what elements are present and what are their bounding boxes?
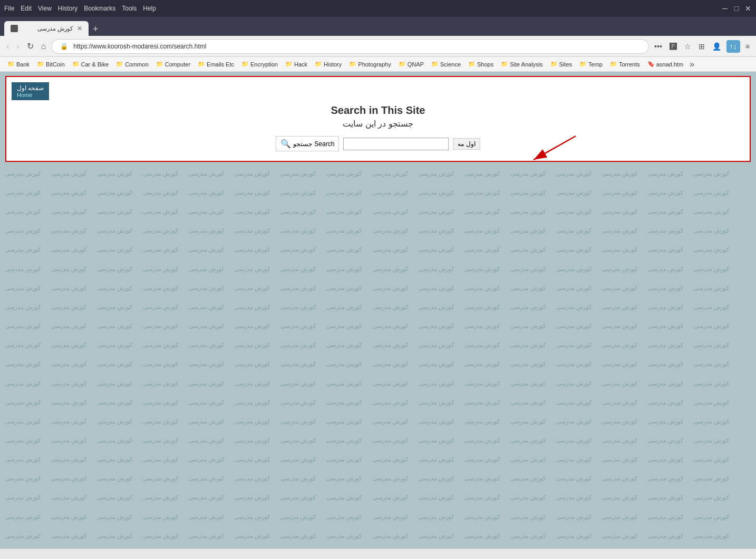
folder-icon: 📁 xyxy=(579,61,587,68)
search-input[interactable] xyxy=(343,138,449,150)
bookmark-star-button[interactable]: ☆ xyxy=(682,40,693,53)
bookmark-science[interactable]: 📁 Science xyxy=(428,60,464,69)
pocket-button[interactable]: 🅿 xyxy=(667,40,679,53)
bookmark-label: Temp xyxy=(588,61,603,68)
bookmarks-overflow-button[interactable]: » xyxy=(687,60,696,69)
close-button[interactable]: ✕ xyxy=(744,5,752,12)
bookmark-label: Science xyxy=(440,61,461,68)
bookmark-label: Sites xyxy=(559,61,572,68)
sync-button[interactable]: ↑↓ xyxy=(726,40,740,53)
account-button[interactable]: 👤 xyxy=(710,40,723,53)
menu-bar: File Edit View History Bookmarks Tools H… xyxy=(4,5,156,12)
bookmark-shops[interactable]: 📁 Shops xyxy=(465,60,497,69)
folder-icon: 📁 xyxy=(349,61,356,68)
home-nav-button[interactable]: صفحه اول Home xyxy=(12,82,49,100)
menu-tools[interactable]: Tools xyxy=(122,5,137,12)
bookmark-emails[interactable]: 📁 Emails Etc xyxy=(195,60,237,69)
active-tab[interactable]: کورش مدرسی ✕ xyxy=(4,21,89,36)
search-text: Search xyxy=(314,140,334,148)
folder-icon: 📁 xyxy=(399,61,406,68)
bookmark-history[interactable]: 📁 History xyxy=(312,60,345,69)
bookmark-hack[interactable]: 📁 Hack xyxy=(282,60,311,69)
bookmark-label: Shops xyxy=(477,61,493,68)
search-button[interactable]: 🔍 جستجو Search xyxy=(276,136,339,151)
status-bar xyxy=(0,548,756,559)
folder-icon: 📁 xyxy=(431,61,439,68)
bookmark-encryption[interactable]: 📁 Encryption xyxy=(238,60,281,69)
menu-edit[interactable]: Edit xyxy=(21,5,32,12)
folder-icon: 📁 xyxy=(468,61,476,68)
bookmark-icon: 🔖 xyxy=(647,61,655,68)
folder-icon: 📁 xyxy=(501,61,508,68)
search-row: 🔍 جستجو Search اول مه xyxy=(12,136,744,151)
bookmarks-bar: 📁 Bank 📁 BitCoin 📁 Car & Bike 📁 Common 📁… xyxy=(0,57,756,72)
bookmark-label: Car & Bike xyxy=(81,61,109,68)
folder-icon: 📁 xyxy=(198,61,205,68)
bookmark-label: Common xyxy=(125,61,149,68)
bookmark-label: Bank xyxy=(16,61,30,68)
more-options-button[interactable]: ••• xyxy=(652,40,664,53)
bookmark-label: Torrents xyxy=(619,61,640,68)
home-nav-fa: صفحه اول xyxy=(17,84,44,92)
url-bar[interactable]: 🔒 https://www.koorosh-modaresi.com/searc… xyxy=(51,39,649,54)
bookmark-siteanalysis[interactable]: 📁 Site Analysis xyxy=(498,60,546,69)
bookmark-label: Hack xyxy=(294,61,307,68)
bookmark-label: Computer xyxy=(165,61,190,68)
folder-icon: 📁 xyxy=(241,61,249,68)
site-title-english: Search in This Site xyxy=(12,104,744,117)
bookmark-label: asnad.htm xyxy=(656,61,683,68)
back-button[interactable]: ‹ xyxy=(4,40,11,53)
reader-view-button[interactable]: ⊞ xyxy=(696,40,707,53)
bookmark-computer[interactable]: 📁 Computer xyxy=(153,60,193,69)
bookmark-label: Emails Etc xyxy=(207,61,234,68)
page-content: کورش مدرسیکورش مدرسیکورش مدرسیکورش مدرسی… xyxy=(0,72,756,548)
bookmark-asnad[interactable]: 🔖 asnad.htm xyxy=(644,60,686,69)
refresh-button[interactable]: ↻ xyxy=(25,39,36,53)
folder-icon: 📁 xyxy=(550,61,558,68)
home-nav-en: Home xyxy=(17,92,44,98)
navigation-bar: ‹ › ↻ ⌂ 🔒 https://www.koorosh-modaresi.c… xyxy=(0,36,756,57)
url-text: https://www.koorosh-modaresi.com/search.… xyxy=(73,43,642,50)
menu-file[interactable]: File xyxy=(4,5,14,12)
bookmark-carbike[interactable]: 📁 Car & Bike xyxy=(69,60,112,69)
svg-line-1 xyxy=(534,136,576,160)
folder-icon: 📁 xyxy=(7,61,15,68)
bookmark-label: QNAP xyxy=(408,61,424,68)
tab-title: کورش مدرسی xyxy=(22,25,73,32)
maximize-button[interactable]: □ xyxy=(733,5,740,12)
menu-history[interactable]: History xyxy=(58,5,77,12)
bookmark-qnap[interactable]: 📁 QNAP xyxy=(395,60,427,69)
bookmark-label: History xyxy=(324,61,342,68)
tab-close-button[interactable]: ✕ xyxy=(77,25,82,32)
security-icon: 🔒 xyxy=(58,43,70,50)
bookmark-temp[interactable]: 📁 Temp xyxy=(576,60,606,69)
title-bar: File Edit View History Bookmarks Tools H… xyxy=(0,0,756,17)
window-controls: ─ □ ✕ xyxy=(721,5,752,12)
bookmark-label: Site Analysis xyxy=(510,61,542,68)
bookmark-bank[interactable]: 📁 Bank xyxy=(4,60,33,69)
bookmark-common[interactable]: 📁 Common xyxy=(113,60,152,69)
folder-icon: 📁 xyxy=(610,61,617,68)
home-button[interactable]: ⌂ xyxy=(39,40,49,53)
bookmark-photography[interactable]: 📁 Photography xyxy=(346,60,394,69)
forward-button[interactable]: › xyxy=(14,40,21,53)
bookmark-label: Encryption xyxy=(250,61,278,68)
folder-icon: 📁 xyxy=(37,61,44,68)
homepage-button[interactable]: اول مه xyxy=(453,138,480,150)
bookmark-torrents[interactable]: 📁 Torrents xyxy=(607,60,643,69)
bookmark-label: Photography xyxy=(358,61,391,68)
menu-button[interactable]: ≡ xyxy=(743,40,752,53)
folder-icon: 📁 xyxy=(72,61,80,68)
folder-icon: 📁 xyxy=(285,61,293,68)
menu-view[interactable]: View xyxy=(38,5,52,12)
bookmark-bitcoin[interactable]: 📁 BitCoin xyxy=(34,60,67,69)
folder-icon: 📁 xyxy=(315,61,322,68)
tab-favicon xyxy=(11,25,18,32)
menu-bookmarks[interactable]: Bookmarks xyxy=(84,5,115,12)
folder-icon: 📁 xyxy=(156,61,163,68)
bookmark-sites[interactable]: 📁 Sites xyxy=(547,60,575,69)
menu-help[interactable]: Help xyxy=(143,5,156,12)
site-title-farsi: جستجو در این سایت xyxy=(12,119,744,129)
minimize-button[interactable]: ─ xyxy=(721,5,729,12)
new-tab-button[interactable]: + xyxy=(89,24,103,35)
